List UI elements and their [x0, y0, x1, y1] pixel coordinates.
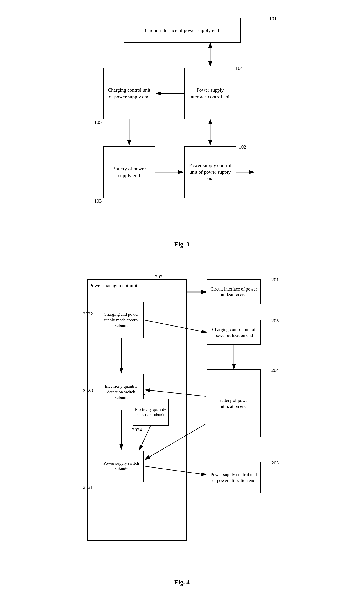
ref-105: 105: [94, 119, 102, 125]
power-management-unit-label: Power management unit: [87, 282, 139, 289]
ref-2021: 2021: [83, 484, 93, 490]
box-103: Battery of power supply end: [103, 146, 155, 198]
box-101: Circuit interface of power supply end: [124, 18, 241, 43]
box-2022-label: Charging and power supply mode control s…: [101, 312, 142, 328]
box-205: Charging control unit of power utilizati…: [207, 320, 261, 345]
box-104: Power supply interface control unit: [184, 68, 236, 119]
box-201: Circuit interface of power utilization e…: [207, 280, 261, 304]
box-2022: Charging and power supply mode control s…: [99, 302, 144, 338]
box-2024-label: Electricity quantity detection subunit: [135, 407, 167, 418]
box-104-label: Power supply interface control unit: [188, 87, 233, 100]
svg-line-13: [144, 320, 206, 332]
fig3-caption: Fig. 3: [174, 241, 190, 248]
box-101-label: Circuit interface of power supply end: [145, 27, 219, 34]
ref-2024: 2024: [132, 427, 142, 433]
page-content: Circuit interface of power supply end 10…: [0, 0, 364, 597]
ref-101: 101: [269, 16, 277, 22]
fig4-caption: Fig. 4: [174, 579, 190, 586]
box-201-label: Circuit interface of power utilization e…: [209, 286, 259, 298]
ref-102: 102: [239, 144, 246, 150]
ref-2022: 2022: [83, 311, 93, 317]
box-203-label: Power supply control unit of power utili…: [209, 472, 259, 483]
box-204-label: Battery of power utilization end: [209, 397, 259, 409]
box-2023-label: Electricity quantity detection switch su…: [101, 384, 142, 400]
box-204: Battery of power utilization end: [207, 369, 261, 437]
ref-202: 202: [155, 274, 163, 280]
box-103-label: Battery of power supply end: [107, 165, 151, 179]
box-102: Power supply control unit of power suppl…: [184, 146, 236, 198]
ref-103: 103: [94, 198, 102, 204]
figure-4-diagram: Power management unit 202 Charging and p…: [81, 261, 283, 576]
box-105-label: Charging control unit of power supply en…: [107, 87, 151, 100]
figure-3-diagram: Circuit interface of power supply end 10…: [81, 9, 283, 238]
ref-203: 203: [271, 460, 279, 466]
box-102-label: Power supply control unit of power suppl…: [188, 162, 233, 182]
box-203: Power supply control unit of power utili…: [207, 462, 261, 493]
ref-201: 201: [271, 277, 279, 283]
box-2021-label: Power supply switch subunit: [101, 461, 142, 472]
svg-line-17: [145, 424, 206, 460]
svg-line-16: [145, 390, 206, 396]
ref-204: 204: [271, 367, 279, 373]
ref-104: 104: [236, 65, 243, 71]
box-205-label: Charging control unit of power utilizati…: [209, 327, 259, 338]
svg-line-20: [145, 466, 206, 475]
box-2021: Power supply switch subunit: [99, 450, 144, 482]
ref-2023: 2023: [83, 387, 93, 393]
ref-205: 205: [271, 318, 279, 324]
box-2024: Electricity quantity detection subunit: [133, 399, 169, 426]
box-105: Charging control unit of power supply en…: [103, 68, 155, 119]
